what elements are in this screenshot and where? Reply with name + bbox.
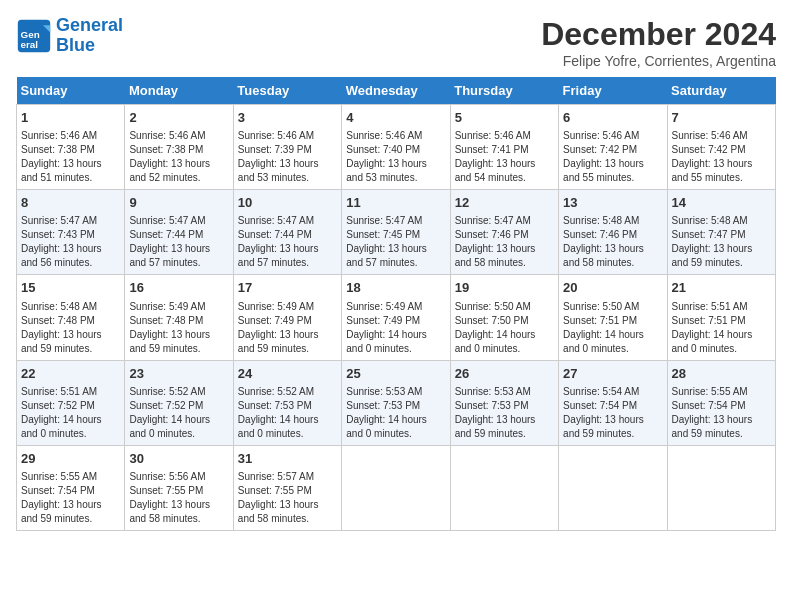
weekday-header-row: SundayMondayTuesdayWednesdayThursdayFrid… <box>17 77 776 105</box>
day-number: 1 <box>21 109 120 127</box>
day-info: Sunrise: 5:49 AM Sunset: 7:48 PM Dayligh… <box>129 300 228 356</box>
calendar-day-cell: 16Sunrise: 5:49 AM Sunset: 7:48 PM Dayli… <box>125 275 233 360</box>
weekday-header-tuesday: Tuesday <box>233 77 341 105</box>
day-number: 27 <box>563 365 662 383</box>
calendar-day-cell: 14Sunrise: 5:48 AM Sunset: 7:47 PM Dayli… <box>667 190 775 275</box>
day-info: Sunrise: 5:46 AM Sunset: 7:38 PM Dayligh… <box>21 129 120 185</box>
day-info: Sunrise: 5:48 AM Sunset: 7:47 PM Dayligh… <box>672 214 771 270</box>
day-info: Sunrise: 5:54 AM Sunset: 7:54 PM Dayligh… <box>563 385 662 441</box>
calendar-day-cell <box>559 445 667 530</box>
day-number: 12 <box>455 194 554 212</box>
day-number: 7 <box>672 109 771 127</box>
day-info: Sunrise: 5:47 AM Sunset: 7:46 PM Dayligh… <box>455 214 554 270</box>
day-number: 10 <box>238 194 337 212</box>
day-number: 24 <box>238 365 337 383</box>
calendar-day-cell: 28Sunrise: 5:55 AM Sunset: 7:54 PM Dayli… <box>667 360 775 445</box>
weekday-header-thursday: Thursday <box>450 77 558 105</box>
calendar-day-cell: 6Sunrise: 5:46 AM Sunset: 7:42 PM Daylig… <box>559 105 667 190</box>
day-number: 2 <box>129 109 228 127</box>
calendar-day-cell: 15Sunrise: 5:48 AM Sunset: 7:48 PM Dayli… <box>17 275 125 360</box>
day-info: Sunrise: 5:46 AM Sunset: 7:42 PM Dayligh… <box>672 129 771 185</box>
day-info: Sunrise: 5:53 AM Sunset: 7:53 PM Dayligh… <box>346 385 445 441</box>
day-info: Sunrise: 5:49 AM Sunset: 7:49 PM Dayligh… <box>238 300 337 356</box>
weekday-header-friday: Friday <box>559 77 667 105</box>
calendar-day-cell: 4Sunrise: 5:46 AM Sunset: 7:40 PM Daylig… <box>342 105 450 190</box>
day-info: Sunrise: 5:47 AM Sunset: 7:45 PM Dayligh… <box>346 214 445 270</box>
calendar-day-cell: 31Sunrise: 5:57 AM Sunset: 7:55 PM Dayli… <box>233 445 341 530</box>
day-number: 14 <box>672 194 771 212</box>
calendar-day-cell: 17Sunrise: 5:49 AM Sunset: 7:49 PM Dayli… <box>233 275 341 360</box>
day-info: Sunrise: 5:55 AM Sunset: 7:54 PM Dayligh… <box>672 385 771 441</box>
calendar-day-cell: 22Sunrise: 5:51 AM Sunset: 7:52 PM Dayli… <box>17 360 125 445</box>
day-number: 17 <box>238 279 337 297</box>
logo-icon: Gen eral <box>16 18 52 54</box>
calendar-day-cell: 26Sunrise: 5:53 AM Sunset: 7:53 PM Dayli… <box>450 360 558 445</box>
calendar-day-cell <box>667 445 775 530</box>
page-title: December 2024 <box>541 16 776 53</box>
calendar-day-cell: 27Sunrise: 5:54 AM Sunset: 7:54 PM Dayli… <box>559 360 667 445</box>
day-info: Sunrise: 5:52 AM Sunset: 7:53 PM Dayligh… <box>238 385 337 441</box>
logo: Gen eral GeneralBlue <box>16 16 123 56</box>
day-info: Sunrise: 5:47 AM Sunset: 7:44 PM Dayligh… <box>129 214 228 270</box>
day-number: 11 <box>346 194 445 212</box>
weekday-header-monday: Monday <box>125 77 233 105</box>
day-info: Sunrise: 5:52 AM Sunset: 7:52 PM Dayligh… <box>129 385 228 441</box>
day-number: 21 <box>672 279 771 297</box>
day-number: 4 <box>346 109 445 127</box>
day-number: 22 <box>21 365 120 383</box>
day-number: 25 <box>346 365 445 383</box>
day-number: 31 <box>238 450 337 468</box>
day-number: 18 <box>346 279 445 297</box>
calendar-day-cell: 2Sunrise: 5:46 AM Sunset: 7:38 PM Daylig… <box>125 105 233 190</box>
day-info: Sunrise: 5:46 AM Sunset: 7:41 PM Dayligh… <box>455 129 554 185</box>
day-info: Sunrise: 5:50 AM Sunset: 7:50 PM Dayligh… <box>455 300 554 356</box>
weekday-header-wednesday: Wednesday <box>342 77 450 105</box>
day-number: 16 <box>129 279 228 297</box>
day-info: Sunrise: 5:47 AM Sunset: 7:43 PM Dayligh… <box>21 214 120 270</box>
day-number: 28 <box>672 365 771 383</box>
header: Gen eral GeneralBlue December 2024 Felip… <box>16 16 776 69</box>
calendar-day-cell <box>342 445 450 530</box>
day-info: Sunrise: 5:50 AM Sunset: 7:51 PM Dayligh… <box>563 300 662 356</box>
calendar-week-row: 1Sunrise: 5:46 AM Sunset: 7:38 PM Daylig… <box>17 105 776 190</box>
calendar-day-cell: 3Sunrise: 5:46 AM Sunset: 7:39 PM Daylig… <box>233 105 341 190</box>
title-area: December 2024 Felipe Yofre, Corrientes, … <box>541 16 776 69</box>
day-number: 9 <box>129 194 228 212</box>
calendar-week-row: 8Sunrise: 5:47 AM Sunset: 7:43 PM Daylig… <box>17 190 776 275</box>
day-info: Sunrise: 5:51 AM Sunset: 7:52 PM Dayligh… <box>21 385 120 441</box>
svg-text:eral: eral <box>21 38 39 49</box>
calendar-week-row: 22Sunrise: 5:51 AM Sunset: 7:52 PM Dayli… <box>17 360 776 445</box>
calendar-day-cell: 13Sunrise: 5:48 AM Sunset: 7:46 PM Dayli… <box>559 190 667 275</box>
day-number: 19 <box>455 279 554 297</box>
calendar-table: SundayMondayTuesdayWednesdayThursdayFrid… <box>16 77 776 531</box>
day-info: Sunrise: 5:49 AM Sunset: 7:49 PM Dayligh… <box>346 300 445 356</box>
calendar-day-cell <box>450 445 558 530</box>
calendar-week-row: 15Sunrise: 5:48 AM Sunset: 7:48 PM Dayli… <box>17 275 776 360</box>
calendar-day-cell: 30Sunrise: 5:56 AM Sunset: 7:55 PM Dayli… <box>125 445 233 530</box>
page-subtitle: Felipe Yofre, Corrientes, Argentina <box>541 53 776 69</box>
day-info: Sunrise: 5:51 AM Sunset: 7:51 PM Dayligh… <box>672 300 771 356</box>
day-info: Sunrise: 5:47 AM Sunset: 7:44 PM Dayligh… <box>238 214 337 270</box>
calendar-day-cell: 10Sunrise: 5:47 AM Sunset: 7:44 PM Dayli… <box>233 190 341 275</box>
day-info: Sunrise: 5:48 AM Sunset: 7:46 PM Dayligh… <box>563 214 662 270</box>
calendar-day-cell: 23Sunrise: 5:52 AM Sunset: 7:52 PM Dayli… <box>125 360 233 445</box>
calendar-week-row: 29Sunrise: 5:55 AM Sunset: 7:54 PM Dayli… <box>17 445 776 530</box>
day-info: Sunrise: 5:46 AM Sunset: 7:38 PM Dayligh… <box>129 129 228 185</box>
day-info: Sunrise: 5:48 AM Sunset: 7:48 PM Dayligh… <box>21 300 120 356</box>
calendar-day-cell: 1Sunrise: 5:46 AM Sunset: 7:38 PM Daylig… <box>17 105 125 190</box>
calendar-day-cell: 12Sunrise: 5:47 AM Sunset: 7:46 PM Dayli… <box>450 190 558 275</box>
calendar-day-cell: 7Sunrise: 5:46 AM Sunset: 7:42 PM Daylig… <box>667 105 775 190</box>
day-number: 29 <box>21 450 120 468</box>
calendar-day-cell: 21Sunrise: 5:51 AM Sunset: 7:51 PM Dayli… <box>667 275 775 360</box>
calendar-day-cell: 24Sunrise: 5:52 AM Sunset: 7:53 PM Dayli… <box>233 360 341 445</box>
calendar-day-cell: 25Sunrise: 5:53 AM Sunset: 7:53 PM Dayli… <box>342 360 450 445</box>
day-number: 20 <box>563 279 662 297</box>
day-number: 8 <box>21 194 120 212</box>
logo-text: GeneralBlue <box>56 16 123 56</box>
day-number: 13 <box>563 194 662 212</box>
calendar-day-cell: 11Sunrise: 5:47 AM Sunset: 7:45 PM Dayli… <box>342 190 450 275</box>
day-number: 30 <box>129 450 228 468</box>
weekday-header-sunday: Sunday <box>17 77 125 105</box>
day-info: Sunrise: 5:46 AM Sunset: 7:39 PM Dayligh… <box>238 129 337 185</box>
calendar-day-cell: 5Sunrise: 5:46 AM Sunset: 7:41 PM Daylig… <box>450 105 558 190</box>
